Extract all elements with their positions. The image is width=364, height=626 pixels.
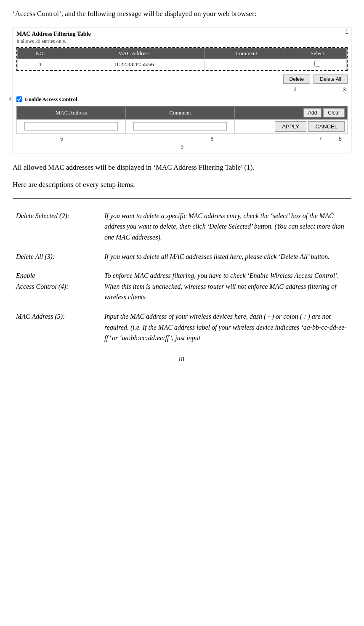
- paragraph-1: All allowed MAC addresses will be displa…: [13, 162, 351, 173]
- enable-checkbox[interactable]: [16, 96, 22, 102]
- def-mac-address: Input the MAC address of your wireless d…: [101, 307, 351, 348]
- def-delete-selected: If you want to delete a specific MAC add…: [101, 206, 351, 247]
- mac-filter-box: 1 MAC Address Filtering Table It allows …: [13, 27, 351, 154]
- comment-input-cell: [126, 119, 235, 133]
- add-button[interactable]: Add: [303, 108, 321, 117]
- desc-row-enable: EnableAccess Control (4): To enforce MAC…: [13, 266, 351, 307]
- delete-row: Delete Delete All: [16, 75, 348, 84]
- col-header-select: Select: [288, 48, 347, 59]
- apply-cancel-row: APPLY CANCEL: [237, 121, 345, 132]
- mac-address-input[interactable]: [24, 122, 118, 131]
- clear-button[interactable]: Clear: [323, 108, 345, 117]
- mac-filter-subtitle: It allows 20 entries only.: [16, 38, 348, 45]
- mac-input-cell: [17, 119, 126, 133]
- enable-label: Enable Access Control: [25, 96, 77, 103]
- paragraph-2: Here are descriptions of every setup ite…: [13, 179, 351, 190]
- label-5: 5: [60, 136, 63, 142]
- mac-filter-title: MAC Address Filtering Table: [16, 31, 348, 37]
- add-col-comment: Comment: [126, 106, 235, 119]
- mac-filter-table-wrapper: NO. MAC Address Comment Select 1 11:22:3…: [16, 47, 348, 71]
- add-col-actions: Add Clear: [235, 106, 348, 119]
- term-enable: EnableAccess Control (4):: [13, 266, 101, 307]
- desc-row-delete-all: Delete All (3): If you want to delete al…: [13, 247, 351, 266]
- apply-button[interactable]: APPLY: [275, 121, 306, 132]
- desc-row-delete-selected: Delete Selected (2): If you want to dele…: [13, 206, 351, 247]
- cell-no: 1: [18, 59, 63, 70]
- term-delete-selected: Delete Selected (2):: [13, 206, 101, 247]
- label-1: 1: [345, 28, 348, 35]
- col-header-mac: MAC Address: [63, 48, 205, 59]
- def-enable: To enforce MAC address filtering, you ha…: [101, 266, 351, 307]
- term-delete-all: Delete All (3):: [13, 247, 101, 266]
- apply-cancel-cell: APPLY CANCEL: [235, 119, 348, 133]
- descriptions-table: Delete Selected (2): If you want to dele…: [13, 206, 351, 348]
- desc-row-mac-address: MAC Address (5): Input the MAC address o…: [13, 307, 351, 348]
- page-number: 81: [13, 356, 351, 363]
- comment-input[interactable]: [133, 122, 227, 131]
- add-clear-row: Add Clear: [237, 108, 345, 117]
- add-col-mac: MAC Address: [17, 106, 126, 119]
- cancel-button[interactable]: CANCEL: [308, 121, 345, 132]
- col-header-comment: Comment: [205, 48, 288, 59]
- intro-text: ‘Access Control’, and the following mess…: [13, 8, 351, 19]
- mac-filter-table: NO. MAC Address Comment Select 1 11:22:3…: [17, 48, 347, 70]
- table-row: 1 11:22:33:44:55:66: [18, 59, 347, 70]
- cell-select[interactable]: [288, 59, 347, 70]
- delete-button[interactable]: Delete: [283, 75, 311, 84]
- label-6: 6: [210, 136, 213, 142]
- col-header-no: NO.: [18, 48, 63, 59]
- label-4: 4: [9, 96, 12, 102]
- add-table: MAC Address Comment Add Clear: [16, 106, 348, 134]
- divider: [13, 198, 351, 199]
- def-delete-all: If you want to delete all MAC addresses …: [101, 247, 351, 266]
- label-9: 9: [181, 144, 183, 150]
- label-3: 3: [343, 86, 346, 93]
- label-8: 8: [339, 136, 342, 142]
- label-2: 2: [294, 86, 297, 93]
- cell-comment: [205, 59, 288, 70]
- cell-mac: 11:22:33:44:55:66: [63, 59, 205, 70]
- label-7: 7: [319, 136, 322, 142]
- term-mac-address: MAC Address (5):: [13, 307, 101, 348]
- enable-row: Enable Access Control: [16, 96, 77, 103]
- delete-all-button[interactable]: Delete All: [314, 75, 348, 84]
- select-checkbox[interactable]: [314, 61, 320, 67]
- add-input-row: APPLY CANCEL: [17, 119, 348, 133]
